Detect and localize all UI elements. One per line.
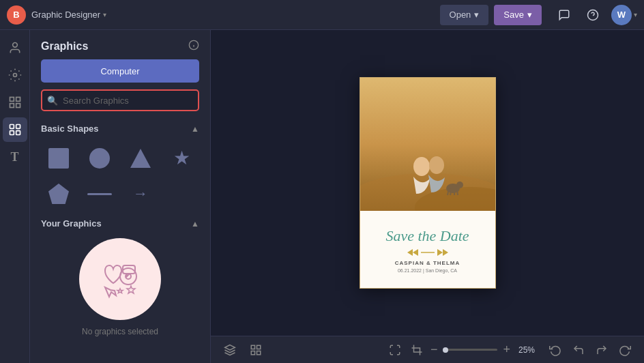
chevron-up-icon: ▲ [191, 219, 199, 229]
svg-point-22 [429, 156, 444, 174]
graphics-panel: Graphics Computer 🔍 Basic Shapes ▲ [30, 30, 211, 363]
topbar-actions: W ▾ [554, 5, 637, 25]
fit-page-icon[interactable] [387, 342, 403, 358]
shape-circle[interactable] [82, 143, 117, 173]
svg-rect-37 [251, 351, 254, 354]
svg-rect-7 [16, 104, 20, 108]
card-photo [360, 78, 495, 211]
zoom-in-button[interactable]: + [503, 343, 510, 357]
svg-point-24 [456, 182, 463, 188]
svg-point-2 [12, 43, 17, 48]
app-name-label: Graphic Designer [31, 10, 100, 20]
undo-button[interactable] [547, 342, 564, 358]
zoom-level: 25% [516, 345, 538, 355]
search-input[interactable] [41, 89, 199, 111]
crop-icon[interactable] [409, 342, 425, 358]
your-graphics-label: Your Graphics [41, 218, 102, 229]
icon-sidebar: T [0, 30, 30, 363]
text-sidebar-btn[interactable]: T [3, 145, 27, 169]
chevron-up-icon: ▲ [191, 124, 199, 134]
svg-rect-36 [257, 345, 261, 349]
canvas-area: Save the Date CASPIAN & THELMA [211, 30, 644, 363]
svg-point-3 [13, 74, 16, 77]
svg-rect-11 [16, 131, 20, 135]
card-date: 06.21.2022 | San Diego, CA [398, 268, 457, 273]
layers-bottom-icon[interactable] [222, 342, 238, 358]
save-button[interactable]: Save ▾ [494, 5, 542, 25]
svg-marker-32 [437, 249, 443, 256]
zoom-out-button[interactable]: − [430, 343, 438, 357]
svg-rect-8 [10, 125, 14, 129]
app-name-dropdown[interactable]: Graphic Designer ▾ [31, 10, 106, 20]
history-button[interactable] [617, 342, 633, 358]
panel-title: Graphics [41, 40, 88, 53]
svg-rect-35 [251, 345, 254, 349]
zoom-controls: − + 25% [387, 342, 538, 358]
svg-rect-6 [10, 104, 14, 108]
help-button[interactable] [583, 5, 603, 25]
app-logo: B [7, 5, 26, 25]
svg-marker-33 [443, 249, 448, 256]
svg-marker-29 [407, 249, 413, 256]
shapes-grid: ★ → [30, 138, 210, 214]
shape-line[interactable] [82, 179, 117, 209]
shape-triangle[interactable] [123, 143, 158, 173]
no-graphics-label: No graphics selected [82, 327, 158, 336]
main-layout: T Graphics Computer 🔍 Basic Shapes ▲ [0, 30, 644, 363]
info-button[interactable] [188, 40, 199, 53]
chevron-down-icon: ▾ [474, 10, 479, 20]
computer-button[interactable]: Computer [41, 59, 199, 83]
card-title: Save the Date [385, 227, 469, 245]
svg-rect-9 [16, 125, 20, 129]
bottombar-right [547, 342, 633, 358]
svg-rect-38 [257, 351, 261, 354]
svg-rect-5 [16, 98, 20, 102]
card-names: CASPIAN & THELMA [395, 260, 460, 266]
graphics-sidebar-btn[interactable] [3, 117, 27, 142]
svg-line-28 [457, 188, 458, 195]
open-button[interactable]: Open ▾ [440, 5, 489, 25]
avatar-wrapper[interactable]: W ▾ [611, 5, 637, 25]
chevron-down-icon: ▾ [103, 11, 106, 18]
svg-marker-30 [413, 249, 418, 256]
svg-rect-10 [10, 131, 14, 135]
design-card: Save the Date CASPIAN & THELMA [360, 77, 496, 289]
avatar[interactable]: W [611, 5, 632, 25]
layers-sidebar-btn[interactable] [3, 90, 27, 115]
panel-header: Graphics [30, 30, 210, 59]
undo2-button[interactable] [570, 342, 587, 358]
topbar: B Graphic Designer ▾ Open ▾ Save ▾ W [0, 0, 644, 30]
avatar-chevron-icon: ▾ [634, 11, 637, 18]
graphics-placeholder [79, 238, 161, 320]
shape-square[interactable] [41, 143, 76, 173]
shape-star[interactable]: ★ [164, 143, 199, 173]
card-text-area: Save the Date CASPIAN & THELMA [360, 211, 495, 288]
grid-bottom-icon[interactable] [248, 342, 264, 358]
svg-marker-34 [225, 345, 235, 350]
comment-button[interactable] [554, 5, 574, 25]
basic-shapes-label: Basic Shapes [41, 124, 99, 134]
couple-scene [360, 78, 495, 211]
svg-rect-4 [10, 98, 14, 102]
your-graphics-section-header: Your Graphics ▲ [30, 214, 210, 233]
effects-sidebar-btn[interactable] [3, 63, 27, 87]
svg-rect-39 [413, 348, 420, 352]
your-graphics-area: No graphics selected [30, 233, 210, 342]
bottombar: − + 25% [211, 336, 644, 363]
canvas-viewport[interactable]: Save the Date CASPIAN & THELMA [211, 30, 644, 336]
basic-shapes-section-header: Basic Shapes ▲ [30, 119, 210, 138]
card-divider [407, 249, 448, 256]
zoom-slider[interactable] [443, 349, 497, 351]
svg-point-21 [413, 157, 430, 176]
shape-pentagon[interactable] [41, 179, 76, 209]
search-icon: 🔍 [47, 96, 58, 106]
chevron-down-icon: ▾ [527, 10, 532, 20]
shape-arrow[interactable]: → [123, 179, 158, 209]
search-container: 🔍 [41, 89, 199, 111]
redo-button[interactable] [594, 342, 610, 358]
profile-sidebar-btn[interactable] [3, 35, 27, 60]
